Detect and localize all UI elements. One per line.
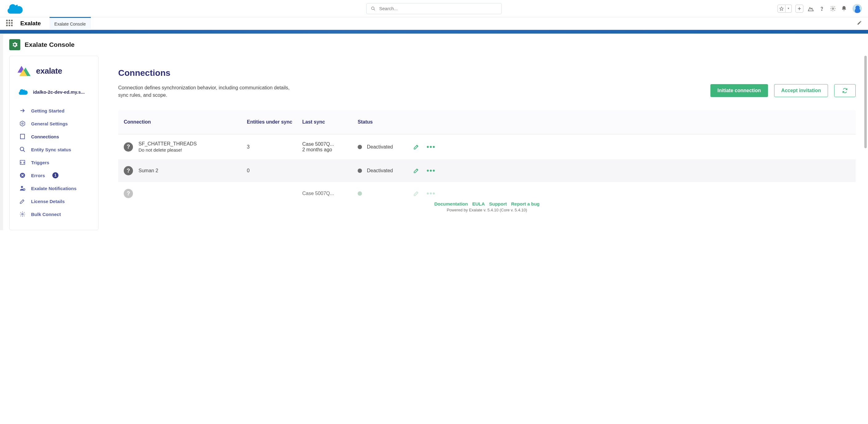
- th-last-sync: Last sync: [302, 119, 358, 125]
- code-icon: [20, 159, 26, 166]
- accept-invitation-button[interactable]: Accept invitation: [774, 84, 828, 97]
- question-icon: ?: [124, 189, 133, 198]
- console-title: Exalate Console: [25, 41, 74, 48]
- footer-link-report-bug[interactable]: Report a bug: [511, 201, 540, 206]
- initiate-connection-button[interactable]: Initiate connection: [710, 84, 768, 97]
- person-mail-icon: @: [20, 185, 26, 191]
- more-icon[interactable]: •••: [427, 190, 436, 198]
- search-icon: [371, 6, 375, 11]
- svg-text:@: @: [23, 189, 25, 191]
- footer-link-support[interactable]: Support: [489, 201, 507, 206]
- exalate-brand: exalate: [9, 62, 98, 86]
- th-connection: Connection: [124, 119, 247, 125]
- error-icon: [20, 172, 26, 178]
- table-header: Connection Entities under sync Last sync…: [118, 110, 856, 134]
- sidebar-item-connections[interactable]: Connections: [9, 130, 98, 143]
- brand-text: exalate: [36, 66, 62, 76]
- footer-powered: Powered by Exalate v. 5.4.10 (Core v. 5.…: [118, 208, 856, 212]
- th-status: Status: [358, 119, 413, 125]
- last-sync-case: Case 5007Q...: [302, 141, 358, 147]
- svg-point-12: [22, 123, 23, 124]
- status-text: Deactivated: [367, 168, 393, 173]
- svg-line-1: [374, 9, 375, 10]
- edit-icon[interactable]: [413, 191, 419, 197]
- sidebar-item-label: Getting Started: [31, 108, 64, 113]
- cloud-icon: [18, 88, 29, 95]
- sidebar-item-label: Entity Sync status: [31, 147, 71, 152]
- th-entities: Entities under sync: [247, 119, 302, 125]
- instance-row[interactable]: idalko-2c-dev-ed.my.s...: [9, 86, 98, 104]
- sidebar-item-label: Exalate Notifications: [31, 186, 76, 191]
- sidebar-item-notifications[interactable]: @ Exalate Notifications: [9, 182, 98, 195]
- sidebar-item-general-settings[interactable]: General Settings: [9, 117, 98, 130]
- setup-gear-icon[interactable]: [829, 5, 837, 12]
- refresh-button[interactable]: [834, 84, 856, 97]
- app-launcher-icon[interactable]: [6, 20, 13, 27]
- favorites-dropdown[interactable]: ▼: [777, 5, 792, 12]
- arrow-right-icon: [20, 108, 26, 114]
- connection-name: Suman 2: [138, 168, 158, 173]
- svg-marker-2: [780, 7, 783, 10]
- sidebar-item-label: Connections: [31, 134, 59, 139]
- last-sync-case: Case 5007Q...: [302, 191, 358, 196]
- sidebar-item-label: General Settings: [31, 121, 68, 126]
- connection-name: SF_CHATTER_THREADS: [138, 141, 197, 147]
- search-input[interactable]: [379, 6, 497, 11]
- more-icon[interactable]: •••: [427, 167, 436, 175]
- gear-icon: [20, 211, 26, 217]
- app-name: Exalate: [20, 20, 41, 27]
- global-search[interactable]: [366, 3, 502, 14]
- footer: Documentation EULA Support Report a bug …: [118, 198, 856, 217]
- hexagon-icon: [20, 120, 26, 126]
- svg-rect-13: [20, 134, 24, 139]
- connections-table: Connection Entities under sync Last sync…: [118, 110, 856, 198]
- sidebar-item-label: Bulk Connect: [31, 212, 61, 217]
- footer-link-eula[interactable]: EULA: [472, 201, 485, 206]
- svg-point-6: [832, 8, 834, 9]
- last-sync-time: 2 months ago: [302, 147, 358, 152]
- edit-icon[interactable]: [413, 168, 419, 174]
- sidebar-item-label: Triggers: [31, 160, 49, 165]
- more-icon[interactable]: •••: [427, 143, 436, 151]
- scrollbar[interactable]: [864, 56, 867, 148]
- page-title: Connections: [118, 68, 856, 78]
- edit-page-icon[interactable]: [857, 20, 862, 27]
- user-avatar[interactable]: [852, 4, 862, 13]
- svg-point-0: [372, 7, 374, 9]
- svg-marker-11: [20, 121, 25, 126]
- status-dot: [358, 191, 362, 196]
- svg-point-32: [22, 214, 23, 215]
- sidebar-item-errors[interactable]: Errors 1: [9, 169, 98, 182]
- notifications-bell-icon[interactable]: [840, 5, 848, 12]
- sidebar-item-license[interactable]: License Details: [9, 195, 98, 208]
- sidebar-item-label: License Details: [31, 199, 65, 204]
- question-icon: ?: [124, 142, 133, 151]
- entities-count: 3: [247, 144, 302, 150]
- sidebar-item-triggers[interactable]: Triggers: [9, 156, 98, 169]
- svg-point-29: [21, 186, 23, 188]
- sidebar-item-getting-started[interactable]: Getting Started: [9, 104, 98, 117]
- footer-link-documentation[interactable]: Documentation: [434, 201, 468, 206]
- salesforce-logo: [6, 2, 25, 15]
- sidebar-item-bulk-connect[interactable]: Bulk Connect: [9, 208, 98, 221]
- sidebar-item-label: Errors: [31, 173, 45, 178]
- building-icon: [20, 134, 26, 140]
- sidebar: exalate idalko-2c-dev-ed.my.s... Getting…: [9, 56, 98, 230]
- brand-band: [0, 30, 868, 34]
- pencil-icon: [20, 198, 26, 204]
- instance-name: idalko-2c-dev-ed.my.s...: [33, 89, 85, 94]
- connection-subtext: Do not delete please!: [138, 147, 197, 152]
- add-button[interactable]: [795, 5, 803, 12]
- sidebar-item-entity-sync[interactable]: Entity Sync status: [9, 143, 98, 156]
- edit-icon[interactable]: [413, 144, 419, 150]
- svg-point-5: [822, 10, 822, 10]
- status-dot: [358, 169, 362, 173]
- trailhead-icon[interactable]: [807, 5, 814, 12]
- page-description: Connection defines synchronization behav…: [118, 84, 300, 99]
- help-icon[interactable]: [818, 5, 826, 12]
- tab-exalate-console[interactable]: Exalate Console: [50, 17, 91, 30]
- table-row: ? Case 5007Q... •••: [118, 182, 856, 198]
- refresh-icon: [842, 88, 848, 93]
- status-dot: [358, 145, 362, 149]
- errors-badge: 1: [52, 172, 59, 178]
